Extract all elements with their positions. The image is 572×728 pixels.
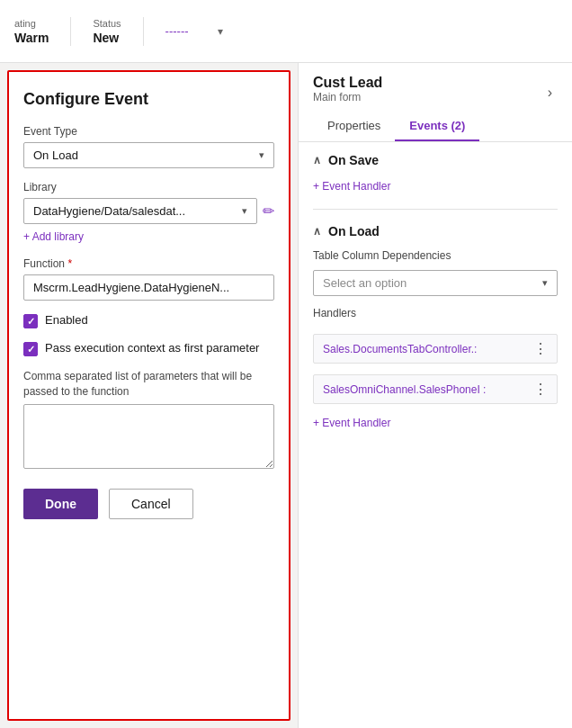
on-load-chevron-icon: ∧ bbox=[313, 225, 321, 238]
library-arrow-icon: ▾ bbox=[242, 205, 247, 217]
owner-value: ------ bbox=[165, 24, 189, 38]
function-label: Function * bbox=[23, 257, 274, 270]
owner-field: ------ bbox=[165, 24, 189, 38]
table-col-select[interactable]: Select an option ▾ bbox=[313, 270, 558, 296]
on-save-chevron-icon: ∧ bbox=[313, 154, 321, 166]
add-library-button[interactable]: + Add library bbox=[23, 229, 274, 245]
library-row: DataHygiene/Data/salesdat... ▾ ✏ bbox=[23, 198, 274, 224]
table-col-label: Table Column Dependencies bbox=[313, 249, 558, 262]
rating-field: ating Warm bbox=[14, 18, 49, 45]
event-type-value: On Load bbox=[33, 148, 78, 162]
top-bar: ating Warm Status New ------ ▾ bbox=[0, 0, 572, 63]
params-group: Comma separated list of parameters that … bbox=[23, 369, 274, 469]
library-value: DataHygiene/Data/salesdat... bbox=[33, 204, 185, 218]
button-row: Done Cancel bbox=[23, 489, 274, 519]
cancel-button[interactable]: Cancel bbox=[109, 489, 193, 519]
library-group: Library DataHygiene/Data/salesdat... ▾ ✏… bbox=[23, 181, 274, 245]
handler-2-name: SalesOmniChannel.SalesPhoneI : bbox=[323, 383, 486, 396]
handler-2-menu-icon[interactable]: ⋮ bbox=[533, 381, 548, 398]
checkmark-icon: ✓ bbox=[27, 316, 35, 328]
tab-properties[interactable]: Properties bbox=[313, 112, 395, 141]
main-layout: Configure Event Event Type On Load ▾ Lib… bbox=[0, 63, 572, 728]
status-value: New bbox=[93, 31, 121, 45]
right-panel: Cust Lead Main form › Properties Events … bbox=[298, 63, 572, 728]
function-input[interactable] bbox=[23, 274, 274, 301]
right-header: Cust Lead Main form › Properties Events … bbox=[299, 63, 572, 142]
table-col-group: Table Column Dependencies Select an opti… bbox=[313, 249, 558, 296]
library-label: Library bbox=[23, 181, 274, 193]
on-save-label: On Save bbox=[328, 153, 379, 167]
on-load-section-header: ∧ On Load bbox=[313, 224, 558, 238]
event-type-arrow-icon: ▾ bbox=[259, 149, 264, 161]
configure-event-title: Configure Event bbox=[23, 90, 274, 109]
nav-arrow-icon[interactable]: › bbox=[542, 74, 558, 112]
on-save-section-header: ∧ On Save bbox=[313, 153, 558, 167]
pass-context-label: Pass execution context as first paramete… bbox=[45, 341, 259, 355]
configure-event-panel: Configure Event Event Type On Load ▾ Lib… bbox=[7, 70, 290, 721]
divider-1 bbox=[70, 17, 71, 46]
params-label: Comma separated list of parameters that … bbox=[23, 369, 274, 400]
tab-events[interactable]: Events (2) bbox=[395, 112, 479, 141]
handler-1-menu-icon[interactable]: ⋮ bbox=[533, 340, 548, 357]
handler-2[interactable]: SalesOmniChannel.SalesPhoneI : ⋮ bbox=[313, 374, 558, 404]
right-title: Cust Lead bbox=[313, 75, 382, 91]
rating-value: Warm bbox=[14, 31, 49, 45]
right-content: ∧ On Save + Event Handler ∧ On Load Tabl… bbox=[299, 142, 572, 442]
edit-icon[interactable]: ✏ bbox=[263, 202, 274, 220]
enabled-label: Enabled bbox=[45, 313, 88, 327]
section-divider-1 bbox=[313, 209, 558, 210]
event-type-group: Event Type On Load ▾ bbox=[23, 125, 274, 168]
function-group: Function * bbox=[23, 257, 274, 301]
function-required: * bbox=[67, 257, 72, 270]
pass-context-row: ✓ Pass execution context as first parame… bbox=[23, 341, 274, 356]
handler-1[interactable]: Sales.DocumentsTabController.: ⋮ bbox=[313, 334, 558, 364]
event-type-select[interactable]: On Load ▾ bbox=[23, 142, 274, 168]
right-subtitle: Main form bbox=[313, 91, 382, 103]
add-event-handler-onload-button[interactable]: + Event Handler bbox=[313, 415, 558, 431]
event-type-label: Event Type bbox=[23, 125, 274, 138]
rating-label: ating bbox=[14, 18, 49, 29]
table-col-arrow-icon: ▾ bbox=[542, 277, 548, 289]
add-library-label: + Add library bbox=[23, 230, 84, 243]
status-label: Status bbox=[93, 18, 121, 29]
add-event-handler-onsave-button[interactable]: + Event Handler bbox=[313, 178, 558, 194]
right-nav: Properties Events (2) bbox=[313, 112, 558, 141]
dropdown-arrow-icon[interactable]: ▾ bbox=[218, 25, 223, 38]
table-col-placeholder: Select an option bbox=[323, 276, 407, 290]
status-field: Status New bbox=[93, 18, 121, 45]
handler-1-name: Sales.DocumentsTabController.: bbox=[323, 343, 477, 355]
divider-2 bbox=[143, 17, 144, 46]
library-select[interactable]: DataHygiene/Data/salesdat... ▾ bbox=[23, 198, 257, 224]
enabled-row: ✓ Enabled bbox=[23, 313, 274, 328]
pass-checkmark-icon: ✓ bbox=[27, 344, 35, 355]
pass-context-checkbox[interactable]: ✓ bbox=[23, 342, 38, 356]
handlers-label: Handlers bbox=[313, 307, 558, 319]
on-load-label: On Load bbox=[328, 224, 380, 238]
params-textarea[interactable] bbox=[23, 404, 274, 469]
enabled-checkbox[interactable]: ✓ bbox=[23, 314, 38, 328]
done-button[interactable]: Done bbox=[23, 489, 98, 519]
